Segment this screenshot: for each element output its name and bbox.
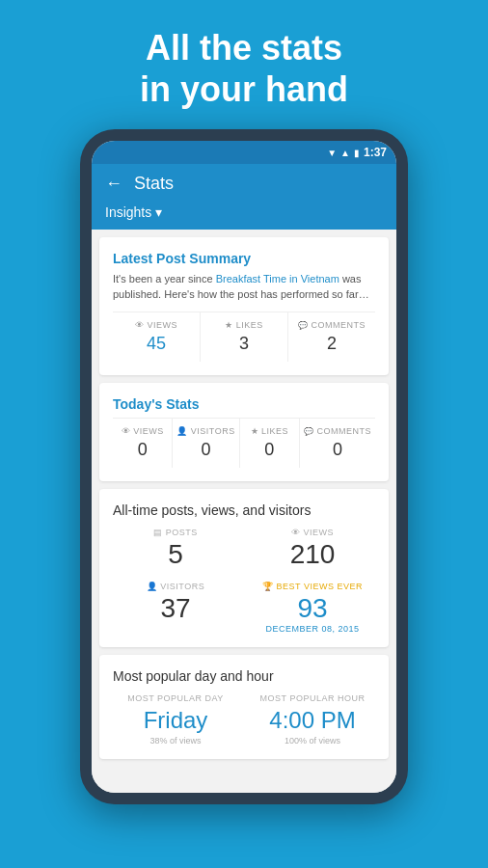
latest-views-value: 45 <box>117 334 196 354</box>
popular-hour-label: MOST POPULAR HOUR <box>260 693 366 703</box>
today-views-cell: VIEWS 0 <box>113 419 173 468</box>
latest-post-desc: It's been a year since Breakfast Time in… <box>113 272 375 302</box>
popular-hour-cell: MOST POPULAR HOUR 4:00 PM 100% of views <box>250 693 375 746</box>
popular-day-cell: MOST POPULAR DAY Friday 38% of views <box>113 693 238 746</box>
best-views-date: DECEMBER 08, 2015 <box>265 624 359 634</box>
today-visitors-cell: VISITORS 0 <box>173 419 239 468</box>
hero-section: All the stats in your hand <box>121 0 367 129</box>
best-views-value: 93 <box>297 593 327 624</box>
popular-title: Most popular day and hour <box>113 668 375 684</box>
alltime-views: VIEWS 210 <box>250 528 375 570</box>
app-bar: ← Stats <box>92 164 396 203</box>
alltime-posts-value: 5 <box>168 539 183 570</box>
popular-grid: MOST POPULAR DAY Friday 38% of views MOS… <box>113 693 375 746</box>
scroll-area[interactable]: Latest Post Summary It's been a year sin… <box>92 230 396 793</box>
alltime-grid: POSTS 5 VIEWS 210 VISI <box>113 528 375 634</box>
back-button[interactable]: ← <box>105 174 122 194</box>
today-person-icon <box>176 426 188 436</box>
tab-dropdown-icon: ▾ <box>155 204 162 220</box>
today-eye-icon <box>122 426 131 436</box>
battery-icon: ▮ <box>354 148 360 158</box>
latest-likes-label: LIKES <box>204 320 284 330</box>
today-comments-cell: COMMENTS 0 <box>300 419 375 468</box>
today-views-value: 0 <box>117 440 168 460</box>
tab-bar: Insights ▾ <box>92 203 396 230</box>
phone-frame: ▼ ▲ ▮ 1:37 ← Stats Insights ▾ Latest Pos… <box>80 129 408 804</box>
latest-views-label: VIEWS <box>117 320 196 330</box>
latest-views-cell: VIEWS 45 <box>113 312 201 362</box>
alltime-card: All-time posts, views, and visitors POST… <box>99 489 389 647</box>
desc-before: It's been a year since <box>113 273 216 285</box>
eye-icon <box>135 320 145 330</box>
signal-icon: ▲ <box>340 148 350 158</box>
today-visitors-value: 0 <box>176 440 234 460</box>
hero-text: All the stats in your hand <box>121 0 367 129</box>
best-views-cell: BEST VIEWS EVER 93 DECEMBER 08, 2015 <box>250 582 375 634</box>
insights-tab[interactable]: Insights ▾ <box>105 204 162 222</box>
latest-comments-cell: COMMENTS 2 <box>288 312 375 362</box>
popular-card: Most popular day and hour MOST POPULAR D… <box>99 655 389 759</box>
page-title: Stats <box>134 174 174 194</box>
alltime-visitors-value: 37 <box>160 593 190 624</box>
today-comment-icon <box>304 426 314 436</box>
todays-stats-title: Today's Stats <box>113 396 375 412</box>
latest-comments-label: COMMENTS <box>292 320 371 330</box>
star-icon <box>225 320 233 330</box>
phone-screen: ▼ ▲ ▮ 1:37 ← Stats Insights ▾ Latest Pos… <box>92 141 396 793</box>
comment-icon <box>298 320 309 330</box>
popular-hour-value: 4:00 PM <box>269 707 355 734</box>
tab-label: Insights <box>105 204 151 220</box>
todays-stats-row: VIEWS 0 VISITORS 0 LIK <box>113 418 375 468</box>
popular-day-sub: 38% of views <box>149 736 201 746</box>
status-icons: ▼ ▲ ▮ <box>327 148 360 158</box>
trophy-icon <box>262 582 274 591</box>
wifi-icon: ▼ <box>327 148 337 158</box>
alltime-visitors: VISITORS 37 <box>113 582 238 634</box>
alltime-title: All-time posts, views, and visitors <box>113 502 375 518</box>
today-star-icon <box>251 426 259 436</box>
today-likes-cell: LIKES 0 <box>240 419 300 468</box>
latest-likes-cell: LIKES 3 <box>201 312 288 362</box>
popular-hour-sub: 100% of views <box>285 736 340 746</box>
alltime-person-icon <box>147 582 158 591</box>
post-link[interactable]: Breakfast Time in Vietnam <box>216 273 339 285</box>
latest-post-stats: VIEWS 45 LIKES 3 COMME <box>113 312 375 362</box>
today-likes-value: 0 <box>244 440 295 460</box>
alltime-views-value: 210 <box>290 539 336 570</box>
alltime-eye-icon <box>291 528 301 537</box>
popular-day-label: MOST POPULAR DAY <box>127 693 224 703</box>
status-bar: ▼ ▲ ▮ 1:37 <box>92 141 396 164</box>
popular-day-value: Friday <box>144 707 208 734</box>
hero-line1: All the stats <box>146 28 342 68</box>
latest-post-title: Latest Post Summary <box>113 251 375 266</box>
posts-icon <box>153 528 163 537</box>
alltime-posts: POSTS 5 <box>113 528 238 570</box>
status-time: 1:37 <box>364 146 387 159</box>
today-comments-value: 0 <box>304 440 371 460</box>
hero-line2: in your hand <box>140 69 348 109</box>
latest-likes-value: 3 <box>204 334 284 354</box>
latest-comments-value: 2 <box>292 334 371 354</box>
todays-stats-card: Today's Stats VIEWS 0 VISITORS <box>99 383 389 481</box>
latest-post-card: Latest Post Summary It's been a year sin… <box>99 237 389 375</box>
